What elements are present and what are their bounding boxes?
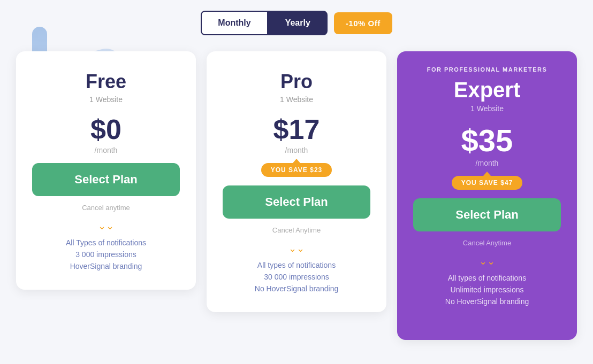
free-plan-card: Free 1 Website $0 /month Select Plan Can… [16,51,196,290]
pro-cancel-text: Cancel Anytime [223,226,370,234]
expert-select-plan-button[interactable]: Select Plan [413,198,561,231]
expert-plan-card: FOR PROFESSIONAL MARKETERS Expert 1 Webs… [397,51,577,340]
expert-plan-period: /month [413,159,561,167]
expert-feature-3: No HoverSignal branding [413,297,561,306]
expert-cancel-text: Cancel Anytime [413,239,561,247]
expert-feature-1: All types of notifications [413,274,561,282]
pro-plan-period: /month [223,146,370,154]
billing-toggle: Monthly Yearly -10% Off [0,0,593,51]
expert-plan-badge: FOR PROFESSIONAL MARKETERS [413,66,561,73]
pro-plan-card: Pro 1 Website $17 /month YOU SAVE $23 Se… [207,51,386,312]
pro-savings-badge: YOU SAVE $23 [261,163,332,177]
free-select-plan-button[interactable]: Select Plan [32,163,180,196]
expert-plan-name: Expert [413,78,561,102]
free-features-list: All Types of notifications 3 000 impress… [32,238,180,270]
pro-plan-name: Pro [223,71,370,93]
expert-feature-2: Unlimited impressions [413,285,561,294]
free-cancel-text: Cancel anytime [32,204,180,212]
yearly-toggle-button[interactable]: Yearly [268,11,328,35]
pro-feature-3: No HoverSignal branding [223,284,370,293]
expert-plan-price: $35 [413,123,561,158]
free-chevron-icon: ⌄⌄ [32,221,180,231]
free-plan-price: $0 [32,114,180,145]
free-feature-1: All Types of notifications [32,238,180,247]
pro-features-list: All types of notifications 30 000 impres… [223,261,370,293]
pro-select-plan-button[interactable]: Select Plan [223,185,370,219]
free-feature-2: 3 000 impressions [32,250,180,259]
plans-container: Free 1 Website $0 /month Select Plan Can… [0,51,593,340]
pro-plan-price: $17 [223,114,370,145]
discount-badge[interactable]: -10% Off [334,12,392,34]
expert-savings-badge: YOU SAVE $47 [452,176,522,190]
expert-chevron-icon: ⌄⌄ [413,257,561,266]
pro-chevron-icon: ⌄⌄ [223,244,370,253]
free-feature-3: HoverSignal branding [32,262,180,270]
pro-feature-2: 30 000 impressions [223,273,370,281]
free-plan-period: /month [32,146,180,154]
expert-features-list: All types of notifications Unlimited imp… [413,274,561,306]
pro-plan-subtitle: 1 Website [223,95,370,104]
monthly-toggle-button[interactable]: Monthly [201,11,268,35]
pro-feature-1: All types of notifications [223,261,370,269]
expert-plan-subtitle: 1 Website [413,104,561,113]
free-plan-name: Free [32,71,180,93]
free-plan-subtitle: 1 Website [32,95,180,104]
